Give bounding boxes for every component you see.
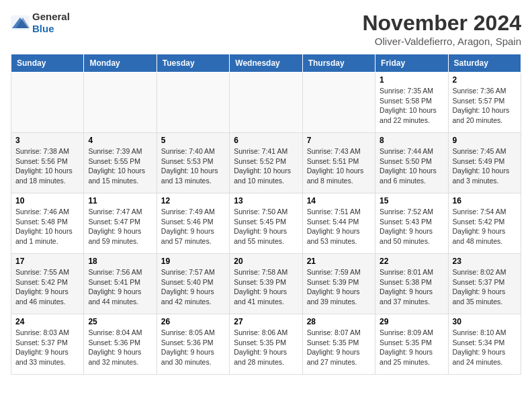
day-info: Sunrise: 7:52 AM Sunset: 5:43 PM Dayligh… bbox=[380, 207, 443, 246]
day-info: Sunrise: 7:47 AM Sunset: 5:47 PM Dayligh… bbox=[88, 207, 152, 246]
day-number: 11 bbox=[88, 196, 152, 205]
day-cell bbox=[84, 73, 157, 133]
day-number: 5 bbox=[161, 136, 225, 145]
day-cell: 26Sunrise: 8:05 AM Sunset: 5:36 PM Dayli… bbox=[157, 314, 229, 375]
day-number: 2 bbox=[453, 75, 517, 85]
day-number: 27 bbox=[234, 317, 298, 326]
day-number: 15 bbox=[380, 196, 443, 205]
day-number: 19 bbox=[161, 257, 225, 266]
day-info: Sunrise: 7:51 AM Sunset: 5:44 PM Dayligh… bbox=[307, 207, 371, 246]
location-title: Oliver-Valdefierro, Aragon, Spain bbox=[362, 36, 521, 47]
day-cell: 9Sunrise: 7:45 AM Sunset: 5:49 PM Daylig… bbox=[448, 133, 521, 193]
day-info: Sunrise: 8:07 AM Sunset: 5:35 PM Dayligh… bbox=[307, 328, 371, 367]
day-info: Sunrise: 7:41 AM Sunset: 5:52 PM Dayligh… bbox=[234, 146, 298, 186]
day-info: Sunrise: 7:36 AM Sunset: 5:57 PM Dayligh… bbox=[453, 86, 517, 126]
day-cell: 5Sunrise: 7:40 AM Sunset: 5:53 PM Daylig… bbox=[157, 133, 229, 193]
day-info: Sunrise: 8:05 AM Sunset: 5:36 PM Dayligh… bbox=[161, 328, 225, 367]
day-info: Sunrise: 7:44 AM Sunset: 5:50 PM Dayligh… bbox=[380, 146, 443, 186]
header-monday: Monday bbox=[84, 54, 157, 73]
day-cell bbox=[157, 73, 229, 133]
header-wednesday: Wednesday bbox=[230, 54, 302, 73]
day-info: Sunrise: 8:04 AM Sunset: 5:36 PM Dayligh… bbox=[88, 328, 152, 367]
day-cell bbox=[230, 73, 302, 133]
calendar-table: Sunday Monday Tuesday Wednesday Thursday… bbox=[11, 54, 521, 375]
day-info: Sunrise: 7:40 AM Sunset: 5:53 PM Dayligh… bbox=[161, 146, 225, 186]
day-cell: 27Sunrise: 8:06 AM Sunset: 5:35 PM Dayli… bbox=[230, 314, 302, 375]
day-info: Sunrise: 7:59 AM Sunset: 5:39 PM Dayligh… bbox=[307, 267, 371, 307]
day-info: Sunrise: 7:58 AM Sunset: 5:39 PM Dayligh… bbox=[234, 267, 298, 307]
week-row-2: 3Sunrise: 7:38 AM Sunset: 5:56 PM Daylig… bbox=[11, 133, 521, 193]
day-info: Sunrise: 7:57 AM Sunset: 5:40 PM Dayligh… bbox=[161, 267, 225, 307]
header-thursday: Thursday bbox=[302, 54, 375, 73]
day-cell: 1Sunrise: 7:35 AM Sunset: 5:58 PM Daylig… bbox=[375, 73, 448, 133]
day-cell: 7Sunrise: 7:43 AM Sunset: 5:51 PM Daylig… bbox=[302, 133, 375, 193]
header-friday: Friday bbox=[375, 54, 448, 73]
day-cell: 22Sunrise: 8:01 AM Sunset: 5:38 PM Dayli… bbox=[375, 254, 448, 314]
header-saturday: Saturday bbox=[448, 54, 521, 73]
day-cell: 25Sunrise: 8:04 AM Sunset: 5:36 PM Dayli… bbox=[84, 314, 157, 375]
day-cell: 4Sunrise: 7:39 AM Sunset: 5:55 PM Daylig… bbox=[84, 133, 157, 193]
day-cell: 3Sunrise: 7:38 AM Sunset: 5:56 PM Daylig… bbox=[11, 133, 84, 193]
logo-blue: Blue bbox=[32, 23, 54, 34]
day-number: 8 bbox=[380, 136, 443, 145]
day-info: Sunrise: 7:46 AM Sunset: 5:48 PM Dayligh… bbox=[15, 207, 79, 246]
day-number: 4 bbox=[88, 136, 152, 145]
header: General Blue November 2024 Oliver-Valdef… bbox=[11, 11, 521, 47]
day-number: 9 bbox=[453, 136, 517, 145]
weekday-header-row: Sunday Monday Tuesday Wednesday Thursday… bbox=[11, 54, 521, 73]
day-number: 16 bbox=[453, 196, 517, 205]
day-cell: 12Sunrise: 7:49 AM Sunset: 5:46 PM Dayli… bbox=[157, 193, 229, 254]
day-info: Sunrise: 7:49 AM Sunset: 5:46 PM Dayligh… bbox=[161, 207, 225, 246]
day-number: 22 bbox=[380, 257, 443, 266]
day-info: Sunrise: 8:01 AM Sunset: 5:38 PM Dayligh… bbox=[380, 267, 443, 307]
day-info: Sunrise: 7:43 AM Sunset: 5:51 PM Dayligh… bbox=[307, 146, 371, 186]
day-info: Sunrise: 7:54 AM Sunset: 5:42 PM Dayligh… bbox=[453, 207, 517, 246]
day-info: Sunrise: 8:09 AM Sunset: 5:35 PM Dayligh… bbox=[380, 328, 443, 367]
day-info: Sunrise: 8:03 AM Sunset: 5:37 PM Dayligh… bbox=[15, 328, 79, 367]
day-number: 13 bbox=[234, 196, 298, 205]
day-number: 28 bbox=[307, 317, 371, 326]
day-cell: 24Sunrise: 8:03 AM Sunset: 5:37 PM Dayli… bbox=[11, 314, 84, 375]
day-number: 3 bbox=[15, 136, 79, 145]
day-cell: 30Sunrise: 8:10 AM Sunset: 5:34 PM Dayli… bbox=[448, 314, 521, 375]
day-cell: 8Sunrise: 7:44 AM Sunset: 5:50 PM Daylig… bbox=[375, 133, 448, 193]
day-info: Sunrise: 7:55 AM Sunset: 5:42 PM Dayligh… bbox=[15, 267, 79, 307]
day-cell: 20Sunrise: 7:58 AM Sunset: 5:39 PM Dayli… bbox=[230, 254, 302, 314]
header-tuesday: Tuesday bbox=[157, 54, 229, 73]
day-cell: 10Sunrise: 7:46 AM Sunset: 5:48 PM Dayli… bbox=[11, 193, 84, 254]
title-area: November 2024 Oliver-Valdefierro, Aragon… bbox=[362, 11, 521, 47]
day-cell: 13Sunrise: 7:50 AM Sunset: 5:45 PM Dayli… bbox=[230, 193, 302, 254]
day-cell: 17Sunrise: 7:55 AM Sunset: 5:42 PM Dayli… bbox=[11, 254, 84, 314]
day-number: 7 bbox=[307, 136, 371, 145]
day-number: 17 bbox=[15, 257, 79, 266]
day-cell: 23Sunrise: 8:02 AM Sunset: 5:37 PM Dayli… bbox=[448, 254, 521, 314]
day-cell: 11Sunrise: 7:47 AM Sunset: 5:47 PM Dayli… bbox=[84, 193, 157, 254]
day-cell: 21Sunrise: 7:59 AM Sunset: 5:39 PM Dayli… bbox=[302, 254, 375, 314]
day-number: 25 bbox=[88, 317, 152, 326]
week-row-3: 10Sunrise: 7:46 AM Sunset: 5:48 PM Dayli… bbox=[11, 193, 521, 254]
day-info: Sunrise: 7:39 AM Sunset: 5:55 PM Dayligh… bbox=[88, 146, 152, 186]
day-cell: 28Sunrise: 8:07 AM Sunset: 5:35 PM Dayli… bbox=[302, 314, 375, 375]
day-cell bbox=[302, 73, 375, 133]
header-sunday: Sunday bbox=[11, 54, 84, 73]
day-number: 18 bbox=[88, 257, 152, 266]
day-info: Sunrise: 7:35 AM Sunset: 5:58 PM Dayligh… bbox=[380, 86, 443, 126]
day-number: 1 bbox=[380, 75, 443, 85]
day-number: 23 bbox=[453, 257, 517, 266]
day-number: 30 bbox=[453, 317, 517, 326]
logo-icon bbox=[11, 15, 30, 30]
day-cell: 18Sunrise: 7:56 AM Sunset: 5:41 PM Dayli… bbox=[84, 254, 157, 314]
week-row-5: 24Sunrise: 8:03 AM Sunset: 5:37 PM Dayli… bbox=[11, 314, 521, 375]
day-info: Sunrise: 8:02 AM Sunset: 5:37 PM Dayligh… bbox=[453, 267, 517, 307]
logo-general: General bbox=[32, 11, 70, 22]
day-cell: 14Sunrise: 7:51 AM Sunset: 5:44 PM Dayli… bbox=[302, 193, 375, 254]
day-number: 10 bbox=[15, 196, 79, 205]
day-number: 21 bbox=[307, 257, 371, 266]
day-number: 29 bbox=[380, 317, 443, 326]
week-row-1: 1Sunrise: 7:35 AM Sunset: 5:58 PM Daylig… bbox=[11, 73, 521, 133]
day-cell: 16Sunrise: 7:54 AM Sunset: 5:42 PM Dayli… bbox=[448, 193, 521, 254]
day-cell: 2Sunrise: 7:36 AM Sunset: 5:57 PM Daylig… bbox=[448, 73, 521, 133]
month-title: November 2024 bbox=[362, 11, 521, 36]
day-info: Sunrise: 8:06 AM Sunset: 5:35 PM Dayligh… bbox=[234, 328, 298, 367]
day-cell bbox=[11, 73, 84, 133]
